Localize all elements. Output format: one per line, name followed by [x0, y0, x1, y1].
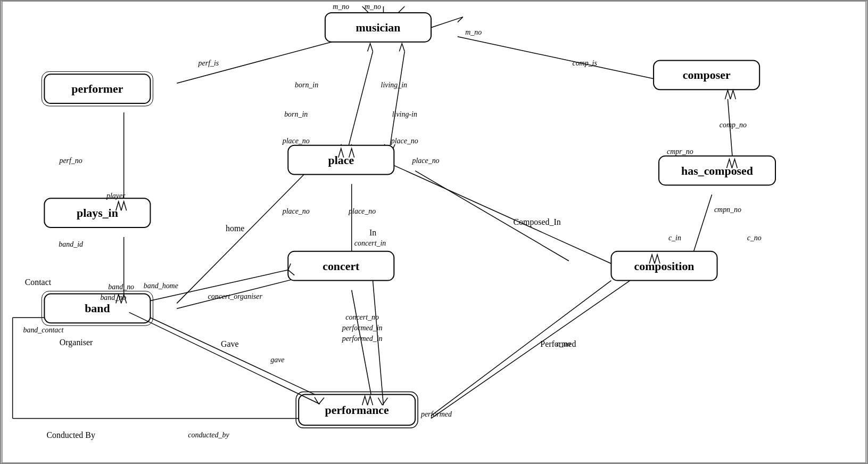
composition-label: composition	[634, 259, 694, 273]
has-composed-label: has_composed	[681, 164, 753, 177]
attr-gave: gave	[270, 356, 284, 364]
attr-perf-is: perf_is	[198, 59, 219, 67]
label-home: home	[226, 224, 244, 233]
attr-performed: performed	[420, 410, 452, 418]
attr-player: player	[106, 192, 126, 200]
attr-band-home: band_home	[144, 282, 178, 290]
label-performed: Performed	[540, 339, 576, 348]
attr-born-in-bot: born_in	[284, 110, 308, 118]
attr-born-in-top: born_in	[295, 81, 318, 89]
label-organiser: Organiser	[60, 338, 93, 347]
performer-label: performer	[71, 82, 123, 95]
attr-place-no-right: place_no	[412, 157, 440, 165]
concert-label: concert	[323, 259, 360, 273]
attr-m-no-1: m_no	[333, 3, 349, 11]
attr-place-no-concert-r: place_no	[348, 207, 376, 215]
attr-band-contact: band_contact	[23, 326, 64, 334]
performance-label: performance	[325, 403, 390, 417]
band-label: band	[85, 302, 110, 315]
place-label: place	[328, 153, 354, 167]
label-gave: Gave	[221, 339, 239, 348]
label-contact: Contact	[25, 278, 52, 287]
attr-m-no-3: m_no	[465, 28, 482, 36]
attr-place-no-born: place_no	[282, 137, 310, 145]
attr-concert-no: concert_no	[345, 313, 379, 321]
plays-in-label: plays_in	[77, 206, 118, 219]
attr-band-id: band_id	[59, 240, 83, 248]
label-conducted-by: Conducted By	[46, 430, 95, 440]
attr-concert-organiser: concert_organiser	[208, 292, 263, 300]
attr-place-no-concert-l: place_no	[282, 207, 310, 215]
attr-place-no-living: place_no	[391, 137, 418, 145]
attr-conducted-by: conducted_by	[188, 431, 229, 439]
attr-perf-no: perf_no	[59, 157, 82, 165]
attr-c-no-hc: c_no	[747, 234, 762, 242]
attr-concert-in: concert_in	[354, 239, 386, 247]
attr-comp-no: comp_no	[720, 121, 747, 129]
attr-cmpn-no: cmpn_no	[714, 206, 741, 214]
label-composed-in: Composed_In	[513, 217, 560, 227]
attr-comp-is: comp_is	[572, 59, 597, 67]
er-diagram: musician performer place composer plays_…	[0, 0, 868, 464]
attr-m-no-2: m_no	[365, 3, 381, 11]
attr-living-in-top: living_in	[381, 81, 408, 89]
attr-c-in: c_in	[668, 234, 681, 242]
attr-cmpr-no: cmpr_no	[667, 148, 693, 156]
musician-label: musician	[356, 21, 401, 34]
composer-label: composer	[683, 68, 731, 82]
label-in: In	[369, 228, 376, 237]
attr-band-no-pi: band_no	[108, 283, 134, 291]
attr-living-in-bot: living-in	[392, 110, 417, 118]
attr-performed-in-2: performed_in	[342, 335, 383, 343]
